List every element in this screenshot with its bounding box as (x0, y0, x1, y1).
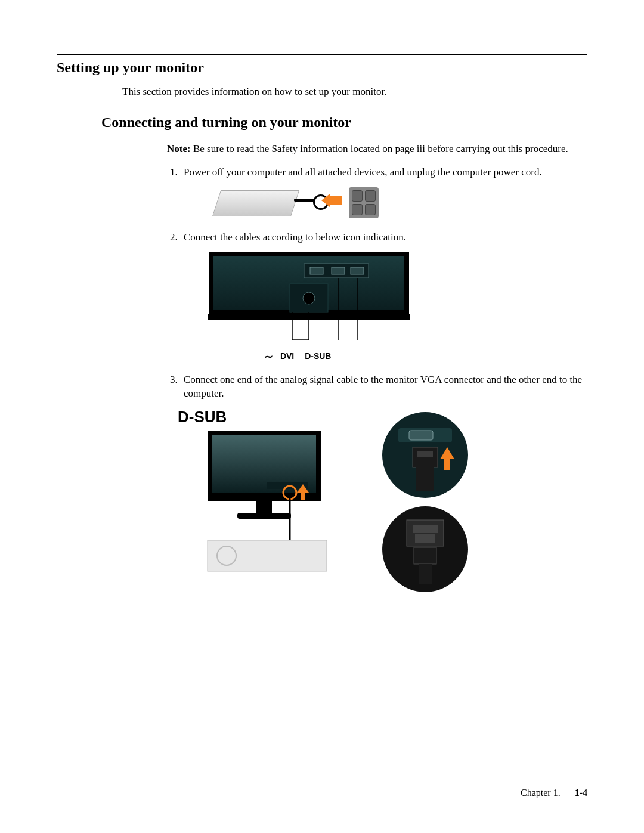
monitor-front-icon (202, 427, 345, 582)
step-3: Connect one end of the analog signal cab… (180, 373, 587, 586)
svg-rect-5 (351, 267, 364, 274)
figure-dsub-connection: D-SUB (178, 407, 488, 586)
svg-rect-36 (413, 525, 438, 533)
figure-monitor-back: ∼ DVI D-SUB (208, 250, 422, 363)
step-2-text: Connect the cables according to below ic… (184, 231, 406, 243)
computer-icon (212, 190, 299, 216)
section-heading: Setting up your monitor (57, 60, 587, 76)
wall-outlet-icon (349, 187, 379, 218)
svg-rect-38 (414, 547, 436, 564)
monitor-back-icon (208, 250, 410, 346)
footer-chapter: Chapter 1. (521, 788, 561, 798)
svg-rect-29 (413, 447, 438, 467)
subsection-heading: Connecting and turning on your monitor (101, 114, 587, 131)
step-1: Power off your computer and all attached… (180, 166, 587, 220)
unplug-arrow-icon (329, 196, 342, 205)
closeup-pc-port-icon (380, 504, 470, 594)
dsub-figure-title: D-SUB (178, 407, 227, 428)
svg-rect-24 (208, 540, 327, 571)
svg-rect-18 (256, 501, 272, 513)
power-cord-icon (294, 199, 314, 202)
svg-rect-33 (444, 458, 450, 470)
figure-unplug (216, 185, 380, 220)
svg-point-7 (303, 292, 315, 304)
ac-label: ∼ (264, 351, 273, 363)
page-footer: Chapter 1. 1-4 (521, 788, 587, 798)
note-label: Note: (167, 143, 191, 154)
svg-rect-30 (417, 451, 433, 457)
step-3-text: Connect one end of the analog signal cab… (184, 374, 582, 399)
dvi-label: DVI (280, 351, 294, 361)
dsub-label: D-SUB (305, 351, 331, 361)
note-paragraph: Note: Be sure to read the Safety informa… (167, 143, 587, 156)
closeup-monitor-port-icon (380, 410, 470, 500)
manual-page: Setting up your monitor This section pro… (0, 0, 644, 833)
port-labels: ∼ DVI D-SUB (264, 348, 422, 363)
svg-rect-39 (419, 564, 432, 584)
svg-rect-31 (416, 467, 434, 491)
svg-rect-28 (409, 431, 433, 440)
svg-rect-21 (301, 491, 305, 500)
svg-rect-3 (310, 267, 323, 274)
steps-list: Power off your computer and all attached… (167, 166, 587, 586)
note-text: Be sure to read the Safety information l… (191, 143, 568, 154)
footer-page-number: 1-4 (575, 788, 587, 798)
svg-rect-4 (332, 267, 345, 274)
section-intro: This section provides information on how… (122, 86, 587, 98)
step-1-text: Power off your computer and all attached… (184, 166, 542, 178)
body-content: Note: Be sure to read the Safety informa… (167, 143, 587, 586)
step-2: Connect the cables according to below ic… (180, 231, 587, 363)
svg-rect-19 (237, 513, 291, 519)
top-rule (57, 54, 587, 55)
svg-rect-37 (415, 534, 435, 543)
